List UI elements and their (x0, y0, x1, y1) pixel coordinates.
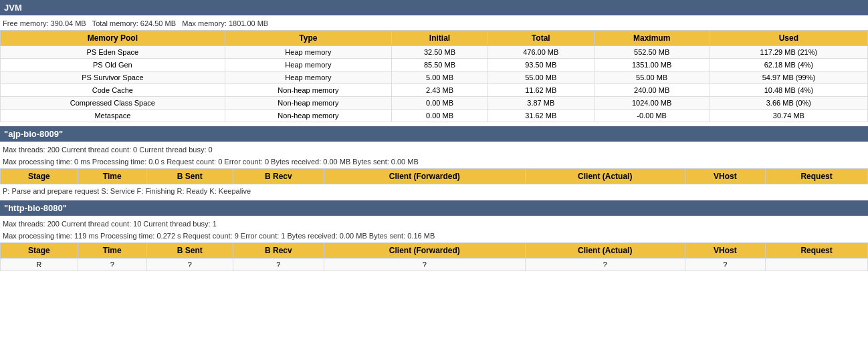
table-cell: PS Old Gen (1, 59, 225, 71)
table-row: Compressed Class SpaceNon-heap memory0.0… (1, 97, 868, 110)
http-table: StageTimeB SentB RecvClient (Forwarded)C… (0, 242, 868, 271)
http-info1: Max threads: 200 Current thread count: 1… (0, 218, 868, 229)
ajp-col-header: Client (Actual) (525, 169, 685, 184)
ajp-col-header: B Recv (233, 169, 324, 184)
table-cell: 3.87 MB (487, 97, 594, 110)
table-cell: R (1, 259, 78, 271)
table-cell: 1351.00 MB (594, 59, 710, 71)
ajp-info2: Max processing time: 0 ms Processing tim… (0, 156, 868, 167)
table-cell: 93.50 MB (487, 59, 594, 71)
jvm-title: JVM (0, 0, 868, 15)
table-cell: 117.29 MB (21%) (710, 46, 867, 59)
ajp-col-header: Time (78, 169, 146, 184)
http-col-header: Request (766, 243, 868, 259)
table-cell: -0.00 MB (594, 110, 710, 122)
table-cell: 552.50 MB (594, 46, 710, 59)
jvm-col-header: Type (225, 31, 391, 46)
table-cell: Heap memory (225, 59, 391, 71)
table-cell: 10.48 MB (4%) (710, 84, 867, 97)
table-cell: 0.00 MB (392, 110, 488, 122)
table-cell: 2.43 MB (392, 84, 488, 97)
table-cell: Non-heap memory (225, 110, 391, 122)
table-cell: Code Cache (1, 84, 225, 97)
ajp-col-header: Stage (1, 169, 78, 184)
jvm-memory-table: Memory PoolTypeInitialTotalMaximumUsed P… (0, 30, 868, 122)
jvm-col-header: Used (710, 31, 867, 46)
http-col-header: Client (Actual) (525, 243, 685, 259)
jvm-col-header: Initial (392, 31, 488, 46)
table-cell: 30.74 MB (710, 110, 867, 122)
table-cell: ? (525, 259, 685, 271)
table-row: PS Old GenHeap memory85.50 MB93.50 MB135… (1, 59, 868, 71)
ajp-col-header: B Sent (146, 169, 233, 184)
table-cell: ? (233, 259, 324, 271)
http-col-header: Time (78, 243, 146, 259)
table-cell: 32.50 MB (392, 46, 488, 59)
table-cell: 3.66 MB (0%) (710, 97, 867, 110)
table-cell: ? (146, 259, 233, 271)
table-cell: 240.00 MB (594, 84, 710, 97)
table-row: PS Survivor SpaceHeap memory5.00 MB55.00… (1, 71, 868, 84)
jvm-col-header: Total (487, 31, 594, 46)
table-cell: Heap memory (225, 71, 391, 84)
http-col-header: Stage (1, 243, 78, 259)
table-cell: Non-heap memory (225, 84, 391, 97)
table-cell: 31.62 MB (487, 110, 594, 122)
table-cell (766, 259, 868, 271)
table-cell: Compressed Class Space (1, 97, 225, 110)
table-cell: Non-heap memory (225, 97, 391, 110)
ajp-col-header: Request (766, 169, 868, 184)
table-row: R?????? (1, 259, 868, 271)
table-cell: ? (324, 259, 525, 271)
jvm-col-header: Memory Pool (1, 31, 225, 46)
ajp-title: "ajp-bio-8009" (0, 126, 868, 142)
jvm-memory-info: Free memory: 390.04 MB Total memory: 624… (0, 18, 868, 29)
table-cell: PS Survivor Space (1, 71, 225, 84)
table-cell: 11.62 MB (487, 84, 594, 97)
http-col-header: B Sent (146, 243, 233, 259)
table-row: Code CacheNon-heap memory2.43 MB11.62 MB… (1, 84, 868, 97)
http-col-header: B Recv (233, 243, 324, 259)
table-cell: 85.50 MB (392, 59, 488, 71)
table-cell: 5.00 MB (392, 71, 488, 84)
table-cell: 476.00 MB (487, 46, 594, 59)
table-cell: 62.18 MB (4%) (710, 59, 867, 71)
http-col-header: VHost (685, 243, 766, 259)
http-title: "http-bio-8080" (0, 200, 868, 216)
ajp-table: StageTimeB SentB RecvClient (Forwarded)C… (0, 168, 868, 184)
table-row: MetaspaceNon-heap memory0.00 MB31.62 MB-… (1, 110, 868, 122)
ajp-info1: Max threads: 200 Current thread count: 0… (0, 144, 868, 155)
ajp-col-header: VHost (685, 169, 766, 184)
table-cell: Heap memory (225, 46, 391, 59)
table-cell: ? (78, 259, 146, 271)
ajp-col-header: Client (Forwarded) (324, 169, 525, 184)
table-cell: 54.97 MB (99%) (710, 71, 867, 84)
table-cell: Metaspace (1, 110, 225, 122)
table-cell: ? (685, 259, 766, 271)
table-cell: 0.00 MB (392, 97, 488, 110)
table-cell: 1024.00 MB (594, 97, 710, 110)
http-col-header: Client (Forwarded) (324, 243, 525, 259)
table-row: PS Eden SpaceHeap memory32.50 MB476.00 M… (1, 46, 868, 59)
table-cell: PS Eden Space (1, 46, 225, 59)
table-cell: 55.00 MB (487, 71, 594, 84)
jvm-col-header: Maximum (594, 31, 710, 46)
http-info2: Max processing time: 119 ms Processing t… (0, 230, 868, 241)
table-cell: 55.00 MB (594, 71, 710, 84)
ajp-legend: P: Parse and prepare request S: Service … (0, 186, 868, 196)
